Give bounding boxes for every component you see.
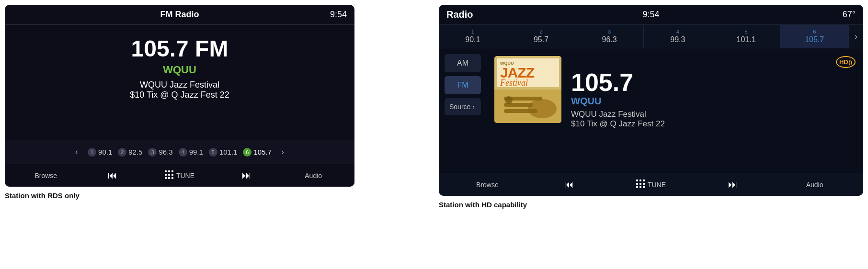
left-browse-button[interactable]: Browse	[27, 172, 65, 179]
left-next-button[interactable]: ⏭	[228, 170, 266, 181]
right-preset-next-arrow[interactable]: ›	[849, 28, 863, 45]
tune-grid-icon-left	[165, 170, 173, 180]
left-toolbar: Browse ⏮	[5, 164, 354, 187]
fm-button[interactable]: FM	[445, 76, 481, 94]
right-browse-button[interactable]: Browse	[468, 181, 506, 189]
left-time: 9:54	[330, 10, 347, 20]
left-preset-5[interactable]: 5 101.1	[209, 148, 238, 157]
left-song-info: $10 Tix @ Q Jazz Fest 22	[130, 90, 229, 100]
source-button[interactable]: Source ›	[445, 98, 481, 115]
right-title: Radio	[446, 9, 473, 20]
left-presets-bar: ‹ 1 90.1 2 92.5 3 96.3 4 99.1	[5, 140, 354, 164]
left-tune-label: TUNE	[176, 172, 194, 179]
right-header: Radio 9:54 67°	[439, 5, 863, 25]
left-prev-icon: ⏮	[108, 170, 117, 181]
right-next-icon: ⏭	[728, 179, 738, 190]
right-preset-tab-4[interactable]: 4 99.3	[644, 25, 712, 48]
svg-rect-29	[643, 186, 645, 188]
right-sidebar: AM FM Source ›	[439, 48, 487, 173]
right-tune-button[interactable]: TUNE	[632, 179, 670, 190]
svg-rect-5	[171, 174, 173, 176]
left-tune-button[interactable]: TUNE	[160, 170, 199, 180]
preset-freq-1: 90.1	[98, 148, 112, 156]
right-next-button[interactable]: ⏭	[714, 179, 752, 190]
preset-freq-6: 105.7	[253, 148, 272, 156]
svg-rect-23	[643, 179, 645, 181]
preset-freq-4: 99.1	[189, 148, 203, 156]
hd-badge: HD ))	[836, 56, 856, 68]
right-content-area: WQUU JAZZ Festival	[487, 48, 863, 173]
am-button[interactable]: AM	[445, 54, 481, 72]
right-presets-bar: 1 90.1 2 95.7 3 96.3 4 99.3 5 101.1	[439, 25, 863, 48]
left-main: 105.7 FM WQUU WQUU Jazz Festival $10 Tix…	[5, 25, 354, 140]
left-preset-next-arrow[interactable]: ›	[277, 145, 288, 159]
left-preset-prev-arrow[interactable]: ‹	[71, 145, 82, 159]
svg-rect-1	[168, 170, 170, 172]
svg-rect-27	[636, 186, 638, 188]
right-browse-label: Browse	[476, 181, 499, 189]
left-audio-label: Audio	[305, 172, 322, 179]
right-tune-label: TUNE	[648, 181, 666, 189]
preset-num-4: 4	[179, 148, 187, 157]
preset-num-5: 5	[209, 148, 217, 157]
right-temperature: 67°	[843, 10, 856, 20]
svg-rect-8	[171, 177, 173, 179]
svg-point-20	[505, 96, 513, 104]
hd-radio-icon: ))	[849, 59, 852, 65]
svg-text:Festival: Festival	[500, 78, 528, 88]
right-caption: Station with HD capability	[439, 201, 527, 209]
right-time: 9:54	[642, 10, 659, 20]
preset-num-3: 3	[148, 148, 157, 157]
svg-rect-4	[168, 174, 170, 176]
left-screen: FM Radio 9:54 105.7 FM WQUU WQUU Jazz Fe…	[5, 5, 354, 187]
left-callsign: WQUU	[163, 64, 196, 76]
left-preset-4[interactable]: 4 99.1	[179, 148, 203, 157]
left-frequency: 105.7 FM	[131, 36, 228, 62]
hd-label: HD	[839, 58, 848, 66]
left-preset-1[interactable]: 1 90.1	[88, 148, 112, 157]
svg-rect-7	[168, 177, 170, 179]
svg-rect-26	[643, 183, 645, 185]
right-screen-wrapper: Radio 9:54 67° 1 90.1 2 95.7 3 96.3	[439, 5, 863, 209]
svg-point-16	[528, 99, 557, 118]
left-prev-button[interactable]: ⏮	[93, 170, 132, 181]
preset-freq-3: 96.3	[159, 148, 172, 156]
svg-rect-6	[165, 177, 167, 179]
preset-num-2: 2	[118, 148, 126, 157]
right-song-title: WQUU Jazz Festival	[571, 110, 856, 119]
left-caption: Station with RDS only	[5, 191, 80, 200]
svg-rect-3	[165, 174, 167, 176]
tune-grid-icon-right	[636, 179, 645, 190]
right-preset-tab-5[interactable]: 5 101.1	[712, 25, 781, 48]
right-toolbar: Browse ⏮	[439, 173, 863, 196]
right-body: AM FM Source ›	[439, 48, 863, 173]
right-screen: Radio 9:54 67° 1 90.1 2 95.7 3 96.3	[439, 5, 863, 196]
left-next-icon: ⏭	[242, 170, 251, 181]
left-audio-button[interactable]: Audio	[294, 172, 332, 179]
svg-rect-22	[640, 179, 641, 181]
right-preset-tab-6[interactable]: 6 105.7	[780, 25, 849, 48]
left-preset-3[interactable]: 3 96.3	[148, 148, 172, 157]
left-song-title: WQUU Jazz Festival	[140, 80, 219, 90]
right-callsign: WQUU	[571, 96, 856, 107]
right-song-info: $10 Tix @ Q Jazz Fest 22	[571, 119, 856, 129]
left-browse-label: Browse	[34, 172, 57, 179]
left-preset-6[interactable]: 6 105.7	[243, 148, 272, 157]
album-art: WQUU JAZZ Festival	[494, 56, 561, 123]
right-prev-button[interactable]: ⏮	[550, 179, 588, 190]
right-preset-tab-3[interactable]: 3 96.3	[575, 25, 644, 48]
preset-num-1: 1	[88, 148, 96, 157]
right-preset-tab-1[interactable]: 1 90.1	[439, 25, 507, 48]
preset-freq-5: 101.1	[219, 148, 238, 156]
left-preset-2[interactable]: 2 92.5	[118, 148, 142, 157]
preset-freq-2: 92.5	[128, 148, 142, 156]
svg-rect-2	[171, 170, 173, 172]
left-screen-wrapper: FM Radio 9:54 105.7 FM WQUU WQUU Jazz Fe…	[5, 5, 429, 200]
source-label: Source ›	[449, 103, 475, 111]
svg-rect-0	[165, 170, 167, 172]
right-preset-tab-2[interactable]: 2 95.7	[507, 25, 576, 48]
right-audio-button[interactable]: Audio	[796, 181, 834, 189]
right-audio-label: Audio	[806, 181, 823, 189]
right-station-info: HD )) 105.7 WQUU WQUU Jazz Festival $10 …	[571, 56, 856, 129]
svg-rect-25	[640, 183, 641, 185]
